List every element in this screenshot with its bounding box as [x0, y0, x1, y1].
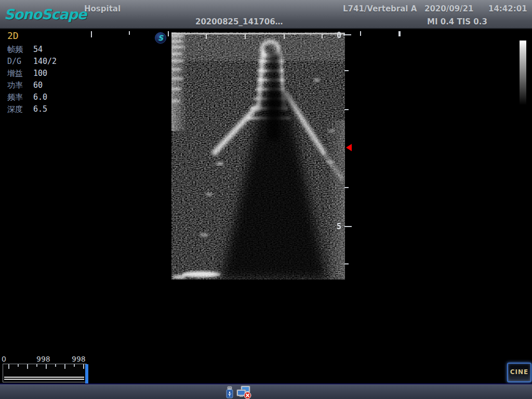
- usb-device-icon[interactable]: [225, 386, 234, 398]
- imaging-mode-label: 2D: [7, 30, 19, 41]
- scrubber-tick: [55, 364, 56, 367]
- cine-start-frame: 0: [2, 355, 6, 363]
- cine-scrubber-cursor[interactable]: [85, 364, 88, 384]
- param-value: 100: [33, 68, 47, 79]
- depth-ruler-tick: [343, 34, 351, 35]
- ruler-tick: [91, 31, 92, 37]
- param-value: 6.0: [33, 91, 47, 103]
- top-status-bar: SonoScape Hospital L741/Vertebral A 2020…: [0, 0, 532, 29]
- cine-scrubber[interactable]: [3, 364, 87, 382]
- scrubber-tick: [83, 364, 84, 369]
- sonoscape-logo: SonoScape: [4, 6, 86, 22]
- system-time: 14:42:01: [488, 4, 527, 14]
- param-label: 功率: [7, 79, 33, 91]
- depth-ruler-tick: [344, 226, 352, 227]
- param-label: 增益: [7, 68, 33, 79]
- scrubber-tick: [46, 364, 47, 369]
- cine-current-frame: 998: [72, 355, 86, 363]
- ultrasound-image[interactable]: [171, 32, 345, 280]
- depth-ruler-tick: [344, 263, 349, 264]
- scrubber-track-line: [4, 377, 84, 378]
- cine-button[interactable]: CINE: [507, 363, 531, 382]
- scrubber-tick: [36, 364, 37, 367]
- scrubber-track-line: [4, 379, 84, 380]
- cine-total-frames: 998: [36, 355, 50, 363]
- param-row-dg: D/G140/2: [7, 56, 57, 68]
- depth-ruler-tick: [344, 187, 349, 188]
- param-label: 频率: [7, 91, 33, 103]
- scrubber-tick: [27, 364, 28, 369]
- depth-ruler-tick: [344, 109, 349, 110]
- ruler-tick: [398, 31, 401, 36]
- depth-ruler-tick: [344, 70, 349, 71]
- ruler-tick: [360, 31, 361, 36]
- scrubber-tick: [64, 364, 65, 369]
- probe-orientation-marker: S: [155, 32, 166, 44]
- ruler-tick: [168, 31, 169, 36]
- ultrasound-system-screen: SonoScape Hospital L741/Vertebral A 2020…: [0, 0, 532, 399]
- grayscale-reference-bar: [520, 41, 526, 107]
- param-row-depth: 深度6.5: [7, 103, 57, 115]
- param-row-framerate: 帧频54: [7, 44, 57, 56]
- scrubber-tick: [18, 364, 19, 367]
- hospital-name: Hospital: [84, 4, 121, 14]
- param-label: 深度: [7, 103, 33, 115]
- param-row-frequency: 频率6.0: [7, 91, 57, 103]
- scrubber-tick: [74, 364, 75, 367]
- depth-ruler-label-5: 5: [337, 222, 341, 231]
- param-row-gain: 增益100: [7, 68, 57, 79]
- param-label: D/G: [7, 56, 33, 68]
- network-disconnected-icon[interactable]: [236, 385, 251, 399]
- mi-tis-indices: MI 0.4 TIS 0.3: [427, 17, 487, 26]
- scrubber-tick: [8, 364, 9, 369]
- param-label: 帧频: [7, 44, 33, 56]
- depth-ruler-label-0: 0: [337, 31, 341, 40]
- param-value: 60: [33, 79, 43, 91]
- probe-preset: L741/Vertebral A: [343, 4, 417, 14]
- exam-id: 20200825_141706…: [195, 17, 283, 26]
- ruler-tick: [129, 31, 130, 35]
- param-value: 6.5: [33, 103, 47, 115]
- system-date: 2020/09/21: [424, 4, 473, 14]
- focus-marker-icon: [346, 144, 352, 151]
- param-value: 140/2: [33, 56, 57, 68]
- param-value: 54: [33, 44, 43, 56]
- taskbar: [0, 384, 532, 399]
- param-row-power: 功率60: [7, 79, 57, 91]
- parameter-panel: 帧频54 D/G140/2 增益100 功率60 频率6.0 深度6.5: [7, 44, 57, 115]
